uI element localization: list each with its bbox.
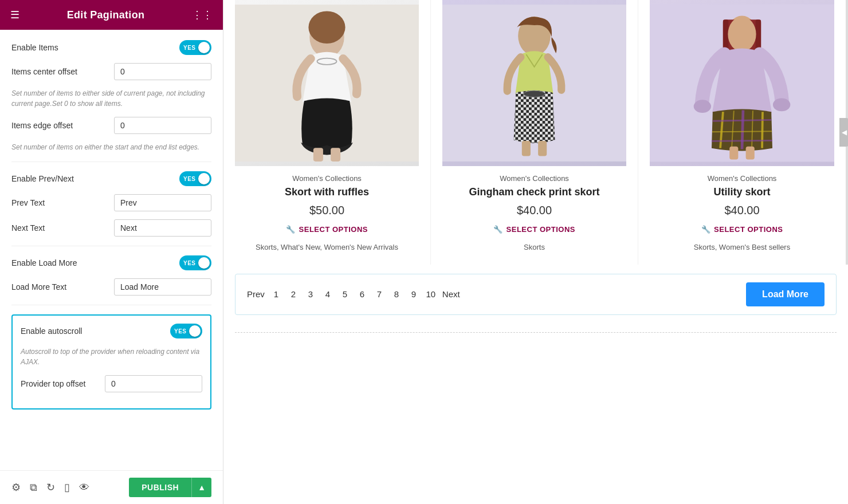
product-tags-2: Skorts (524, 242, 545, 253)
publish-button[interactable]: PUBLISH (129, 478, 191, 497)
page-5[interactable]: 5 (339, 289, 351, 299)
history-icon[interactable]: ↻ (46, 481, 55, 494)
enable-prev-next-row: Enable Prev/Next YES (11, 171, 211, 186)
enable-load-more-label: Enable Load More (11, 258, 77, 267)
select-options-btn-3[interactable]: 🔧 SELECT OPTIONS (701, 225, 783, 234)
sidebar: ☰ Edit Pagination ⋮⋮ Enable Items YES It… (0, 0, 223, 504)
divider-1 (11, 162, 211, 162)
svg-point-30 (773, 99, 790, 112)
autoscroll-section: Enable autoscroll YES Autoscroll to top … (11, 314, 211, 410)
sidebar-footer: ⚙ ⧉ ↻ ▯ 👁 PUBLISH ▲ (0, 470, 223, 504)
prev-page-btn[interactable]: Prev (247, 289, 265, 299)
enable-prev-next-toggle[interactable]: YES (179, 171, 211, 186)
toggle-knob (198, 42, 210, 53)
toggle-knob-3 (198, 257, 210, 269)
product-name-3: Utility skort (713, 186, 770, 198)
product-name-2: Gingham check print skort (469, 186, 599, 198)
select-options-btn-2[interactable]: 🔧 SELECT OPTIONS (493, 225, 575, 234)
items-center-hint: Set number of items to either side of cu… (11, 88, 211, 109)
collapse-handle[interactable]: ◀ (839, 118, 848, 147)
items-edge-hint: Set number of items on either the start … (11, 142, 211, 152)
items-edge-offset-input[interactable] (114, 117, 211, 134)
page-4[interactable]: 4 (322, 289, 333, 299)
product-category-2: Women's Collections (500, 174, 569, 183)
page-3[interactable]: 3 (305, 289, 316, 299)
svg-line-28 (712, 140, 772, 141)
product-price-2: $40.00 (517, 204, 552, 217)
select-options-btn-1[interactable]: 🔧 SELECT OPTIONS (286, 225, 368, 234)
product-category-3: Women's Collections (708, 174, 777, 183)
svg-rect-32 (746, 147, 755, 160)
toggle-knob-4 (189, 325, 201, 337)
product-tags-1: Skorts, What's New, Women's New Arrivals (256, 242, 398, 253)
svg-point-12 (524, 90, 545, 97)
load-more-text-input[interactable] (114, 278, 211, 296)
product-category-1: Women's Collections (292, 174, 362, 183)
provider-top-offset-input[interactable] (105, 375, 202, 392)
svg-rect-31 (729, 147, 738, 160)
enable-items-label: Enable Items (11, 43, 58, 52)
prev-text-input[interactable] (114, 194, 211, 211)
product-price-1: $50.00 (309, 204, 344, 217)
divider-3 (11, 305, 211, 305)
page-6[interactable]: 6 (356, 289, 368, 299)
svg-line-25 (762, 112, 763, 148)
svg-point-29 (694, 100, 711, 113)
items-center-offset-row: Items center offset (11, 63, 211, 80)
svg-point-20 (728, 17, 756, 52)
sidebar-title: Edit Pagination (67, 9, 145, 21)
product-price-3: $40.00 (724, 204, 759, 217)
preview-icon[interactable]: 👁 (79, 482, 89, 494)
page-1[interactable]: 1 (270, 289, 282, 299)
enable-load-more-toggle[interactable]: YES (179, 255, 211, 270)
settings-icon[interactable]: ⚙ (11, 481, 21, 494)
autoscroll-hint: Autoscroll to top of the provider when r… (21, 346, 202, 367)
product-image-1 (235, 0, 419, 166)
items-edge-offset-row: Items edge offset (11, 117, 211, 134)
grid-icon[interactable]: ⋮⋮ (192, 9, 213, 21)
next-text-row: Next Text (11, 219, 211, 237)
product-card-3: Women's Collections Utility skort $40.00… (638, 0, 846, 265)
next-text-input[interactable] (114, 219, 211, 237)
provider-top-offset-label: Provider top offset (21, 379, 85, 388)
enable-autoscroll-label: Enable autoscroll (21, 326, 82, 336)
product-tags-3: Skorts, Women's Best sellers (694, 242, 790, 253)
svg-rect-4 (313, 148, 323, 162)
svg-point-2 (308, 11, 345, 44)
page-8[interactable]: 8 (391, 289, 402, 299)
svg-rect-13 (522, 141, 531, 156)
svg-line-23 (742, 110, 743, 149)
prev-text-label: Prev Text (11, 198, 45, 207)
enable-items-row: Enable Items YES (11, 40, 211, 55)
page-7[interactable]: 7 (374, 289, 385, 299)
wrench-icon-1: 🔧 (286, 225, 296, 234)
page-2[interactable]: 2 (288, 289, 299, 299)
toggle-knob-2 (198, 173, 210, 184)
layers-icon[interactable]: ⧉ (30, 482, 37, 494)
product-card-1: Women's Collections Skort with ruffles $… (223, 0, 431, 265)
products-grid: Women's Collections Skort with ruffles $… (223, 0, 848, 265)
items-center-offset-label: Items center offset (11, 67, 77, 76)
publish-btn-wrap: PUBLISH ▲ (129, 478, 211, 497)
load-more-button[interactable]: Load More (746, 282, 825, 306)
items-center-offset-input[interactable] (114, 63, 211, 80)
enable-autoscroll-toggle[interactable]: YES (170, 324, 202, 338)
bottom-dashed-divider (235, 332, 837, 333)
svg-rect-5 (331, 148, 340, 162)
enable-items-toggle[interactable]: YES (179, 40, 211, 55)
provider-top-offset-row: Provider top offset (21, 375, 202, 392)
publish-arrow-button[interactable]: ▲ (191, 478, 211, 497)
page-10[interactable]: 10 (425, 289, 437, 299)
page-9[interactable]: 9 (408, 289, 419, 299)
product-card-2: Women's Collections Gingham check print … (431, 0, 638, 265)
product-image-2 (442, 0, 626, 166)
prev-text-row: Prev Text (11, 194, 211, 211)
pagination-bar: Prev 1 2 3 4 5 6 7 8 9 10 Next Load More (235, 274, 837, 315)
svg-line-26 (713, 120, 771, 121)
responsive-icon[interactable]: ▯ (64, 481, 70, 494)
wrench-icon-2: 🔧 (493, 225, 503, 234)
next-page-btn[interactable]: Next (442, 289, 460, 299)
hamburger-icon[interactable]: ☰ (10, 9, 19, 21)
enable-autoscroll-row: Enable autoscroll YES (21, 324, 202, 338)
svg-rect-14 (538, 141, 547, 156)
